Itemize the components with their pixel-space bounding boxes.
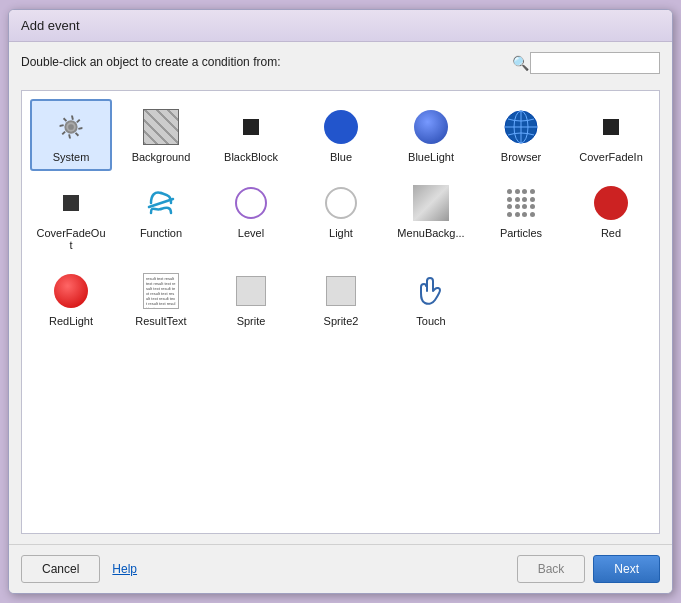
item-label-sprite2: Sprite2 — [324, 315, 359, 327]
item-sprite2[interactable]: Sprite2 — [300, 263, 382, 335]
footer-left: Cancel Help — [21, 555, 141, 583]
item-icon-sprite2 — [321, 271, 361, 311]
item-label-system: System — [53, 151, 90, 163]
item-label-background: Background — [132, 151, 191, 163]
search-icon: 🔍 — [510, 53, 530, 73]
dialog-content: Double-click an object to create a condi… — [9, 42, 672, 544]
item-label-blue: Blue — [330, 151, 352, 163]
back-button[interactable]: Back — [517, 555, 586, 583]
next-button[interactable]: Next — [593, 555, 660, 583]
dialog-footer: Cancel Help Back Next — [9, 544, 672, 593]
item-icon-particles — [501, 183, 541, 223]
item-particles[interactable]: Particles — [480, 175, 562, 259]
item-red[interactable]: Red — [570, 175, 652, 259]
item-icon-blackblock — [231, 107, 271, 147]
item-label-red: Red — [601, 227, 621, 239]
item-icon-browser — [501, 107, 541, 147]
item-icon-coverfadeout — [51, 183, 91, 223]
item-label-redlight: RedLight — [49, 315, 93, 327]
item-label-blackblock: BlackBlock — [224, 151, 278, 163]
object-grid: System Background BlackBlock — [30, 99, 651, 335]
item-resulttext[interactable]: result text result text result text resu… — [120, 263, 202, 335]
item-icon-coverfadein — [591, 107, 631, 147]
item-bluelight[interactable]: BlueLight — [390, 99, 472, 171]
item-level[interactable]: Level — [210, 175, 292, 259]
item-icon-menubackground — [411, 183, 451, 223]
item-icon-system — [51, 107, 91, 147]
item-icon-level — [231, 183, 271, 223]
item-light[interactable]: Light — [300, 175, 382, 259]
object-grid-area: System Background BlackBlock — [21, 90, 660, 534]
item-icon-bluelight — [411, 107, 451, 147]
top-row: Double-click an object to create a condi… — [21, 52, 660, 82]
add-event-dialog: Add event Double-click an object to crea… — [8, 9, 673, 594]
item-label-bluelight: BlueLight — [408, 151, 454, 163]
item-browser[interactable]: Browser — [480, 99, 562, 171]
item-icon-blue — [321, 107, 361, 147]
item-icon-light — [321, 183, 361, 223]
item-label-browser: Browser — [501, 151, 541, 163]
item-icon-function — [141, 183, 181, 223]
item-icon-sprite — [231, 271, 271, 311]
item-icon-redlight — [51, 271, 91, 311]
item-label-function: Function — [140, 227, 182, 239]
item-coverfadeout[interactable]: CoverFadeOut — [30, 175, 112, 259]
item-blackblock[interactable]: BlackBlock — [210, 99, 292, 171]
item-label-sprite: Sprite — [237, 315, 266, 327]
item-icon-red — [591, 183, 631, 223]
item-label-coverfadeout: CoverFadeOut — [36, 227, 106, 251]
search-input[interactable] — [530, 52, 660, 74]
item-label-resulttext: ResultText — [135, 315, 186, 327]
footer-right: Back Next — [517, 555, 660, 583]
help-button[interactable]: Help — [108, 555, 141, 583]
item-background[interactable]: Background — [120, 99, 202, 171]
cancel-button[interactable]: Cancel — [21, 555, 100, 583]
item-menubackground[interactable]: MenuBackg... — [390, 175, 472, 259]
item-blue[interactable]: Blue — [300, 99, 382, 171]
item-function[interactable]: Function — [120, 175, 202, 259]
item-icon-resulttext: result text result text result text resu… — [141, 271, 181, 311]
item-redlight[interactable]: RedLight — [30, 263, 112, 335]
dialog-title: Add event — [9, 10, 672, 42]
svg-point-1 — [68, 124, 74, 130]
item-icon-touch — [411, 271, 451, 311]
item-coverfadein[interactable]: CoverFadeIn — [570, 99, 652, 171]
search-bar: 🔍 — [510, 52, 660, 74]
item-label-menubackground: MenuBackg... — [397, 227, 464, 239]
item-label-coverfadein: CoverFadeIn — [579, 151, 643, 163]
item-icon-background — [141, 107, 181, 147]
item-sprite[interactable]: Sprite — [210, 263, 292, 335]
item-system[interactable]: System — [30, 99, 112, 171]
item-touch[interactable]: Touch — [390, 263, 472, 335]
item-label-particles: Particles — [500, 227, 542, 239]
item-label-touch: Touch — [416, 315, 445, 327]
item-label-light: Light — [329, 227, 353, 239]
item-label-level: Level — [238, 227, 264, 239]
instruction-text: Double-click an object to create a condi… — [21, 55, 280, 69]
